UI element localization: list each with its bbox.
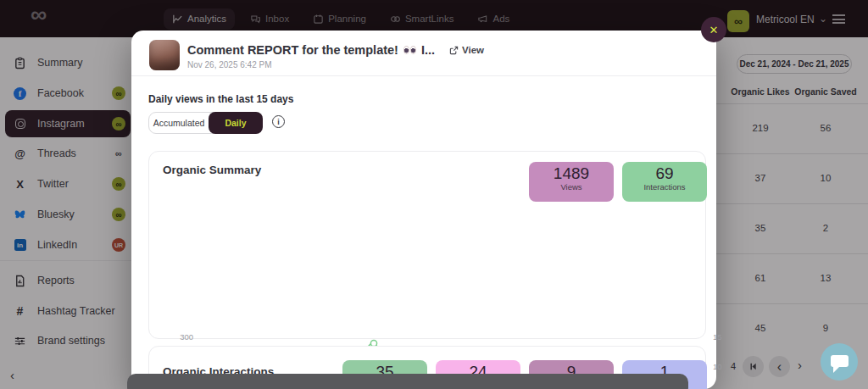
eyes-emoji: [403, 46, 416, 54]
toggle-daily[interactable]: Daily: [209, 112, 263, 134]
app-root: ∞ AnalyticsInboxPlanningSmartLinksAds ∞ …: [0, 0, 868, 389]
stat-box: 69Interactions: [622, 162, 707, 202]
view-label: View: [462, 45, 484, 55]
modal-title-suffix: I...: [421, 43, 435, 57]
post-timestamp: Nov 26, 2025 6:42 PM: [187, 60, 272, 69]
modal-title: Comment REPORT for the template!: [187, 43, 398, 57]
toggle-accumulated[interactable]: Accumulated: [149, 113, 209, 133]
svg-text:10: 10: [713, 362, 722, 371]
stat-label: Interactions: [622, 182, 707, 192]
chat-support-button[interactable]: [821, 343, 858, 381]
section-label: Daily views in the last 15 days: [148, 93, 293, 105]
organic-summary-card: Organic Summary 1489Views69Interactions …: [148, 151, 706, 339]
chat-bubble-icon: [831, 355, 849, 367]
divider: [131, 75, 716, 76]
post-thumbnail: [149, 40, 180, 70]
view-mode-toggle: Accumulated Daily: [148, 112, 262, 134]
view-post-link[interactable]: View: [449, 45, 484, 55]
card-title: Organic Summary: [163, 164, 261, 176]
stat-value: 1489: [529, 164, 614, 183]
info-icon[interactable]: i: [272, 115, 285, 128]
close-icon[interactable]: ✕: [701, 17, 726, 42]
stat-value: 69: [622, 164, 707, 183]
horizontal-scrollbar[interactable]: [127, 374, 688, 389]
external-link-icon: [449, 46, 459, 55]
stat-label: Views: [529, 182, 614, 192]
post-report-modal: Comment REPORT for the template! I... Vi…: [131, 31, 716, 389]
svg-text:15: 15: [713, 332, 722, 342]
stat-box: 1489Views: [529, 162, 614, 202]
svg-text:300: 300: [180, 332, 193, 342]
